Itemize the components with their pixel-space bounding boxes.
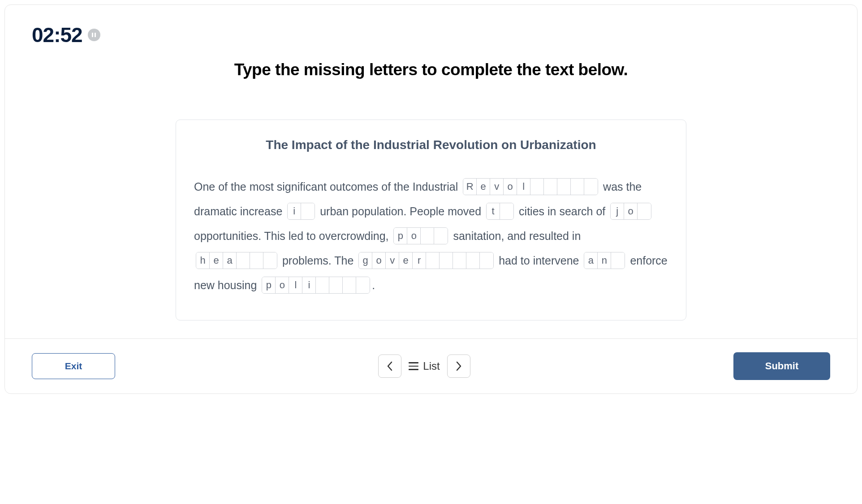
- letter-input-empty[interactable]: [584, 179, 598, 195]
- passage-text: had to intervene: [496, 254, 582, 267]
- letter-input-empty[interactable]: [453, 252, 466, 269]
- letter-input-filled[interactable]: i: [302, 277, 316, 293]
- passage-text: problems. The: [279, 254, 357, 267]
- list-label: List: [423, 360, 440, 372]
- letter-input-empty[interactable]: [316, 277, 329, 293]
- letter-input-filled[interactable]: v: [490, 179, 504, 195]
- word-blank[interactable]: t: [486, 203, 514, 220]
- letter-input-filled[interactable]: e: [477, 179, 490, 195]
- letter-input-empty[interactable]: [440, 252, 453, 269]
- letter-input-empty[interactable]: [250, 252, 263, 269]
- letter-input-empty[interactable]: [638, 203, 651, 219]
- letter-input-empty[interactable]: [500, 203, 513, 219]
- passage-text: .: [372, 279, 375, 291]
- word-blank[interactable]: hea: [196, 252, 277, 269]
- passage-text: urban population. People moved: [317, 205, 484, 218]
- letter-input-empty[interactable]: [544, 179, 557, 195]
- passage-text: opportunities. This led to overcrowding,: [194, 230, 392, 242]
- footer: Exit List Submit: [32, 352, 830, 380]
- letter-input-empty[interactable]: [356, 277, 370, 293]
- passage-text: cities in search of: [516, 205, 608, 218]
- timer-display: 02:52: [32, 23, 82, 47]
- letter-input-filled[interactable]: r: [413, 252, 426, 269]
- passage-title: The Impact of the Industrial Revolution …: [194, 138, 668, 152]
- letter-input-filled[interactable]: a: [584, 252, 598, 269]
- letter-input-filled[interactable]: l: [289, 277, 302, 293]
- pause-icon: [95, 33, 96, 37]
- letter-input-empty[interactable]: [426, 252, 440, 269]
- letter-input-filled[interactable]: l: [517, 179, 530, 195]
- letter-input-filled[interactable]: n: [598, 252, 611, 269]
- word-blank[interactable]: poli: [262, 277, 370, 294]
- exit-button[interactable]: Exit: [32, 353, 115, 379]
- letter-input-empty[interactable]: [301, 203, 315, 219]
- word-blank[interactable]: i: [287, 203, 315, 220]
- nav-center: List: [378, 355, 470, 378]
- passage-body: One of the most significant outcomes of …: [194, 175, 668, 298]
- pause-icon: [92, 33, 93, 37]
- word-blank[interactable]: gover: [358, 252, 494, 269]
- passage-container: The Impact of the Industrial Revolution …: [176, 120, 686, 320]
- letter-input-filled[interactable]: o: [624, 203, 638, 219]
- letter-input-empty[interactable]: [434, 228, 448, 244]
- letter-input-filled[interactable]: g: [359, 252, 372, 269]
- passage-text: One of the most significant outcomes of …: [194, 180, 461, 193]
- letter-input-empty[interactable]: [480, 252, 493, 269]
- letter-input-filled[interactable]: i: [288, 203, 301, 219]
- letter-input-filled[interactable]: p: [394, 228, 407, 244]
- chevron-right-icon: [456, 361, 462, 371]
- list-button[interactable]: List: [409, 360, 440, 372]
- letter-input-empty[interactable]: [263, 252, 277, 269]
- submit-button[interactable]: Submit: [733, 352, 830, 380]
- letter-input-filled[interactable]: o: [276, 277, 289, 293]
- letter-input-filled[interactable]: j: [611, 203, 624, 219]
- pause-button[interactable]: [88, 29, 100, 41]
- letter-input-filled[interactable]: v: [386, 252, 399, 269]
- letter-input-filled[interactable]: o: [504, 179, 517, 195]
- timer-row: 02:52: [32, 23, 830, 47]
- letter-input-filled[interactable]: o: [372, 252, 386, 269]
- divider: [5, 338, 857, 339]
- letter-input-filled[interactable]: t: [487, 203, 500, 219]
- letter-input-filled[interactable]: o: [407, 228, 421, 244]
- letter-input-empty[interactable]: [421, 228, 434, 244]
- letter-input-empty[interactable]: [530, 179, 544, 195]
- letter-input-filled[interactable]: e: [399, 252, 413, 269]
- letter-input-empty[interactable]: [557, 179, 571, 195]
- letter-input-filled[interactable]: a: [223, 252, 237, 269]
- letter-input-empty[interactable]: [466, 252, 480, 269]
- letter-input-empty[interactable]: [343, 277, 356, 293]
- letter-input-empty[interactable]: [237, 252, 250, 269]
- prev-button[interactable]: [378, 355, 401, 378]
- chevron-left-icon: [387, 361, 393, 371]
- letter-input-filled[interactable]: R: [463, 179, 477, 195]
- word-blank[interactable]: Revol: [463, 178, 598, 195]
- word-blank[interactable]: an: [584, 252, 625, 269]
- letter-input-empty[interactable]: [329, 277, 343, 293]
- letter-input-filled[interactable]: p: [262, 277, 276, 293]
- letter-input-empty[interactable]: [571, 179, 584, 195]
- word-blank[interactable]: po: [393, 227, 448, 244]
- instruction-text: Type the missing letters to complete the…: [32, 60, 830, 79]
- letter-input-filled[interactable]: h: [196, 252, 210, 269]
- list-icon: [409, 362, 418, 370]
- word-blank[interactable]: jo: [610, 203, 651, 220]
- exercise-card: 02:52 Type the missing letters to comple…: [4, 4, 858, 394]
- letter-input-empty[interactable]: [611, 252, 625, 269]
- letter-input-filled[interactable]: e: [210, 252, 223, 269]
- next-button[interactable]: [447, 355, 470, 378]
- passage-text: sanitation, and resulted in: [450, 230, 581, 242]
